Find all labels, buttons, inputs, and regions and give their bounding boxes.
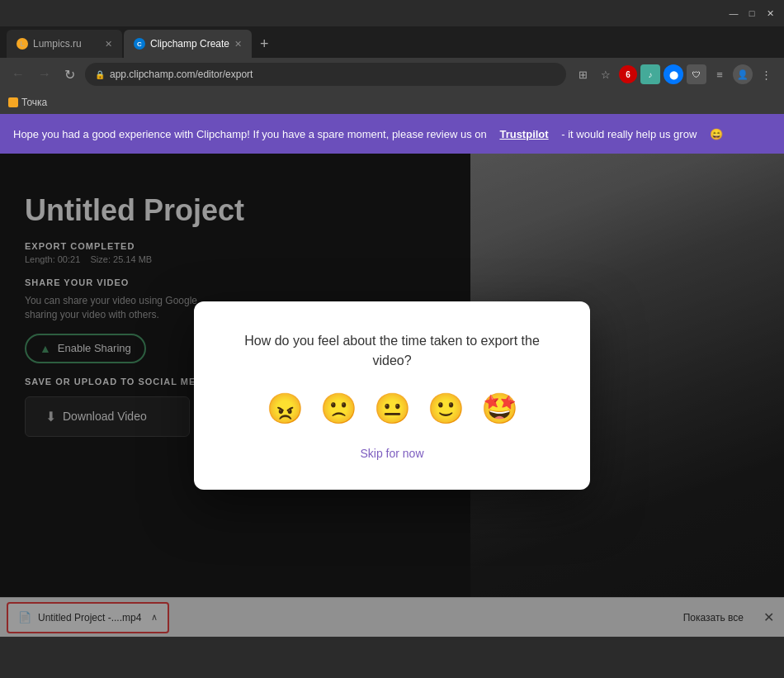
notification-text-after: - it would really help us grow	[561, 128, 697, 140]
toolbar-icons: ⊞ ☆ 6 ♪ ⬤ 🛡 ≡ 👤 ⋮	[573, 64, 776, 84]
ext5-icon[interactable]: ≡	[710, 64, 730, 84]
tab-favicon-lumpics: L	[17, 38, 28, 50]
star-icon[interactable]: ☆	[596, 64, 616, 84]
modal-overlay: How do you feel about the time taken to …	[0, 154, 784, 637]
title-bar: — □ ✕	[0, 0, 784, 26]
reload-button[interactable]: ↻	[61, 65, 78, 84]
ext3-icon[interactable]: ⬤	[664, 64, 683, 84]
modal-question: How do you feel about the time taken to …	[227, 331, 557, 371]
emoji-love[interactable]: 🤩	[481, 394, 518, 424]
bookmark-label: Точка	[21, 97, 47, 108]
tab-close-clipchamp[interactable]: ✕	[234, 39, 242, 50]
window-controls: — □ ✕	[728, 7, 776, 19]
ext4-icon[interactable]: 🛡	[687, 64, 706, 84]
notification-banner: Hope you had a good experience with Clip…	[0, 114, 784, 154]
url-text: app.clipchamp.com/editor/export	[110, 69, 253, 80]
main-content: Back to Project ✕ Untitled Project EXPOR…	[0, 154, 784, 637]
address-bar: ← → ↻ 🔒 app.clipchamp.com/editor/export …	[0, 58, 784, 91]
profile-icon[interactable]: 👤	[733, 64, 753, 84]
back-button[interactable]: ←	[8, 65, 28, 83]
url-box[interactable]: 🔒 app.clipchamp.com/editor/export	[85, 63, 566, 86]
emoji-row: 😠 🙁 😐 🙂 🤩	[267, 394, 518, 424]
menu-icon[interactable]: ⋮	[756, 64, 776, 84]
translate-icon[interactable]: ⊞	[573, 64, 593, 84]
tab-lumpics[interactable]: L Lumpics.ru ✕	[7, 30, 122, 58]
close-button[interactable]: ✕	[764, 7, 776, 19]
emoji-neutral[interactable]: 😐	[374, 394, 411, 424]
rating-modal: How do you feel about the time taken to …	[194, 301, 590, 490]
bookmark-item[interactable]: Точка	[8, 97, 47, 108]
bookmarks-bar: Точка	[0, 91, 784, 114]
notification-emoji: 😄	[710, 128, 723, 140]
emoji-angry[interactable]: 😠	[267, 394, 304, 424]
tab-bar: L Lumpics.ru ✕ C Clipchamp Create ✕ +	[0, 26, 784, 58]
bookmark-icon	[8, 97, 18, 107]
lock-icon: 🔒	[95, 70, 105, 79]
ext1-icon[interactable]: 6	[619, 65, 637, 83]
tab-label-clipchamp: Clipchamp Create	[150, 38, 229, 50]
trustpilot-link[interactable]: Trustpilot	[499, 128, 548, 140]
skip-for-now-button[interactable]: Skip for now	[360, 447, 423, 460]
tab-favicon-clipchamp: C	[134, 38, 145, 50]
notification-text-before: Hope you had a good experience with Clip…	[13, 128, 487, 140]
tab-clipchamp[interactable]: C Clipchamp Create ✕	[124, 30, 252, 58]
minimize-button[interactable]: —	[728, 7, 739, 19]
emoji-sad[interactable]: 🙁	[320, 394, 357, 424]
maximize-button[interactable]: □	[746, 7, 758, 19]
emoji-happy[interactable]: 🙂	[427, 394, 465, 424]
tab-label-lumpics: Lumpics.ru	[33, 38, 82, 50]
tab-close-lumpics[interactable]: ✕	[105, 39, 112, 50]
ext2-icon[interactable]: ♪	[640, 64, 660, 84]
forward-button[interactable]: →	[35, 65, 54, 83]
new-tab-button[interactable]: +	[253, 30, 276, 58]
